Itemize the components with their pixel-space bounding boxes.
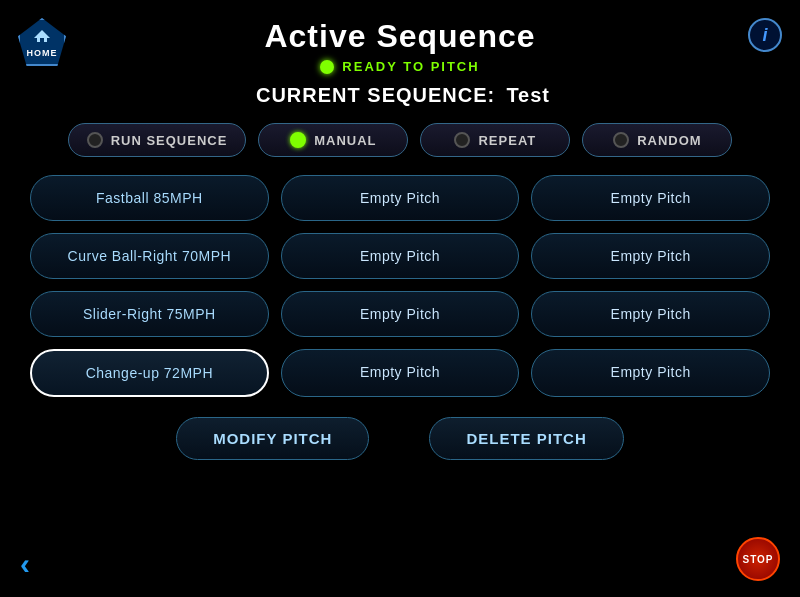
pitch-btn-p2[interactable]: Empty Pitch: [281, 175, 520, 221]
page-header: Active Sequence READY TO PITCH: [0, 0, 800, 74]
status-text: READY TO PITCH: [342, 59, 479, 74]
ctrl-label-manual: MANUAL: [314, 133, 376, 148]
delete-pitch-button[interactable]: DELETE PITCH: [429, 417, 623, 460]
radio-dot-random: [613, 132, 629, 148]
pitch-btn-p1[interactable]: Fastball 85MPH: [30, 175, 269, 221]
radio-dot-manual: [290, 132, 306, 148]
pitch-btn-p7[interactable]: Slider-Right 75MPH: [30, 291, 269, 337]
back-icon: ‹: [20, 547, 30, 580]
pitch-btn-p3[interactable]: Empty Pitch: [531, 175, 770, 221]
ctrl-btn-run-sequence[interactable]: RUN SEQUENCE: [68, 123, 247, 157]
ctrl-btn-repeat[interactable]: REPEAT: [420, 123, 570, 157]
bottom-actions: MODIFY PITCH DELETE PITCH: [0, 417, 800, 460]
pitch-btn-p10[interactable]: Change-up 72MPH: [30, 349, 269, 397]
status-row: READY TO PITCH: [0, 59, 800, 74]
pitch-grid: Fastball 85MPHEmpty PitchEmpty PitchCurv…: [30, 175, 770, 397]
back-button[interactable]: ‹: [20, 547, 30, 581]
pitch-btn-p8[interactable]: Empty Pitch: [281, 291, 520, 337]
ctrl-label-random: RANDOM: [637, 133, 702, 148]
pitch-btn-p4[interactable]: Curve Ball-Right 70MPH: [30, 233, 269, 279]
modify-pitch-button[interactable]: MODIFY PITCH: [176, 417, 369, 460]
pitch-btn-p6[interactable]: Empty Pitch: [531, 233, 770, 279]
current-sequence-row: CURRENT SEQUENCE: Test: [0, 84, 800, 107]
stop-button[interactable]: STOP: [736, 537, 780, 581]
pitch-btn-p5[interactable]: Empty Pitch: [281, 233, 520, 279]
ctrl-btn-manual[interactable]: MANUAL: [258, 123, 408, 157]
controls-row: RUN SEQUENCE MANUAL REPEAT RANDOM: [0, 123, 800, 157]
current-sequence-name: Test: [506, 84, 550, 106]
pitch-btn-p9[interactable]: Empty Pitch: [531, 291, 770, 337]
ctrl-label-repeat: REPEAT: [478, 133, 536, 148]
current-sequence-label: CURRENT SEQUENCE:: [256, 84, 495, 106]
radio-dot-run-sequence: [87, 132, 103, 148]
radio-dot-repeat: [454, 132, 470, 148]
pitch-btn-p12[interactable]: Empty Pitch: [531, 349, 770, 397]
ctrl-btn-random[interactable]: RANDOM: [582, 123, 732, 157]
status-dot: [320, 60, 334, 74]
stop-label: STOP: [742, 554, 773, 565]
pitch-btn-p11[interactable]: Empty Pitch: [281, 349, 520, 397]
ctrl-label-run-sequence: RUN SEQUENCE: [111, 133, 228, 148]
page-title: Active Sequence: [0, 18, 800, 55]
